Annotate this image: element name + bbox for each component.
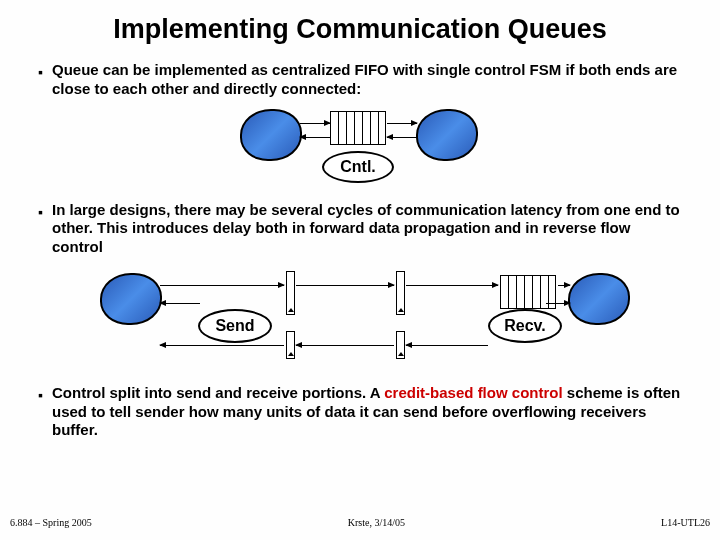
- register-icon: [396, 331, 405, 359]
- arrow-icon: [387, 123, 417, 124]
- diagram-send-receive: Send Recv.: [70, 263, 650, 378]
- footer-left: 6.884 – Spring 2005: [10, 517, 92, 528]
- node-left-icon: [100, 273, 162, 325]
- bullet-icon: ▪: [38, 61, 52, 99]
- arrow-icon: [406, 285, 498, 286]
- arrow-icon: [387, 137, 417, 138]
- footer: 6.884 – Spring 2005 Krste, 3/14/05 L14-U…: [0, 517, 720, 528]
- arrow-icon: [160, 303, 200, 304]
- bullet-item: ▪ Queue can be implemented as centralize…: [0, 61, 720, 99]
- bullet-item: ▪ In large designs, there may be several…: [0, 201, 720, 257]
- register-icon: [286, 331, 295, 359]
- bullet-text: Queue can be implemented as centralized …: [52, 61, 682, 99]
- arrow-icon: [300, 123, 330, 124]
- text-segment: Control split into send and receive port…: [52, 384, 384, 401]
- footer-right: L14-UTL26: [661, 517, 710, 528]
- bullet-text: Control split into send and receive port…: [52, 384, 682, 440]
- page-title: Implementing Communication Queues: [0, 0, 720, 45]
- arrow-icon: [160, 285, 284, 286]
- highlight-term: credit-based flow control: [384, 384, 562, 401]
- arrow-icon: [546, 303, 570, 304]
- arrow-icon: [300, 137, 330, 138]
- footer-center: Krste, 3/14/05: [348, 517, 405, 528]
- recv-label: Recv.: [488, 309, 562, 343]
- bullet-item: ▪ Control split into send and receive po…: [0, 384, 720, 440]
- control-label: Cntl.: [322, 151, 394, 183]
- fifo-icon: [330, 111, 386, 145]
- node-left-icon: [240, 109, 302, 161]
- register-icon: [396, 271, 405, 315]
- bullet-text: In large designs, there may be several c…: [52, 201, 682, 257]
- bullet-icon: ▪: [38, 201, 52, 257]
- arrow-icon: [296, 285, 394, 286]
- arrow-icon: [558, 285, 570, 286]
- node-right-icon: [416, 109, 478, 161]
- arrow-icon: [296, 345, 394, 346]
- arrow-icon: [406, 345, 488, 346]
- arrow-icon: [160, 345, 284, 346]
- register-icon: [286, 271, 295, 315]
- node-right-icon: [568, 273, 630, 325]
- bullet-icon: ▪: [38, 384, 52, 440]
- diagram-centralized-fifo: Cntl.: [190, 103, 530, 193]
- send-label: Send: [198, 309, 272, 343]
